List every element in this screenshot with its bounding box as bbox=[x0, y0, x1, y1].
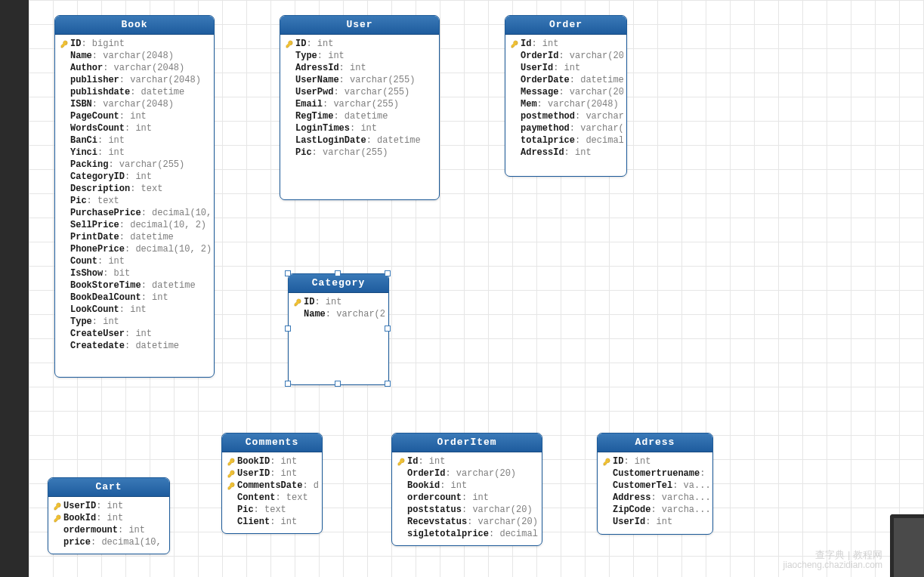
column-row[interactable]: Email: varchar(255) bbox=[283, 98, 436, 110]
column-row[interactable]: UserId: int bbox=[601, 516, 709, 528]
column-row[interactable]: publisher: varchar(2048) bbox=[58, 74, 211, 86]
column-row[interactable]: ordermount: int bbox=[51, 524, 166, 536]
column-row[interactable]: PurchasePrice: decimal(10, 2) bbox=[58, 207, 211, 219]
column-row[interactable]: PhonePrice: decimal(10, 2) bbox=[58, 243, 211, 255]
entity-title[interactable]: Category bbox=[289, 274, 388, 293]
column-row[interactable]: sigletotalprice: decimal(... bbox=[395, 528, 539, 540]
entity-title[interactable]: Order bbox=[505, 16, 626, 35]
entity-title[interactable]: OrderItem bbox=[392, 434, 542, 452]
column-row[interactable]: BanCi: int bbox=[58, 134, 211, 147]
column-row[interactable]: CreateUser: int bbox=[58, 328, 211, 340]
column-row[interactable]: paymethod: varchar(20) bbox=[508, 122, 623, 134]
entity-book[interactable]: Book ID: bigintName: varchar(2048)Author… bbox=[54, 15, 215, 378]
column-row[interactable]: price: decimal(10, 2) bbox=[51, 536, 166, 548]
column-row[interactable]: AdressId: int bbox=[283, 62, 436, 74]
column-row[interactable]: LookCount: int bbox=[58, 304, 211, 316]
entity-title[interactable]: Adress bbox=[598, 434, 712, 452]
column-row[interactable]: BookId: int bbox=[51, 512, 166, 524]
column-row[interactable]: UserID: int bbox=[225, 467, 319, 480]
column-row[interactable]: ZipCode: varcha... bbox=[601, 504, 709, 516]
column-row[interactable]: WordsCount: int bbox=[58, 122, 211, 134]
column-row[interactable]: SellPrice: decimal(10, 2) bbox=[58, 219, 211, 231]
column-row[interactable]: poststatus: varchar(20) bbox=[395, 504, 539, 516]
column-row[interactable]: Type: int bbox=[283, 50, 436, 62]
column-row[interactable]: LoginTimes: int bbox=[283, 122, 436, 134]
column-row[interactable]: BookStoreTime: datetime bbox=[58, 279, 211, 292]
column-row[interactable]: Message: varchar(2048) bbox=[508, 86, 623, 98]
column-row[interactable]: BookID: int bbox=[225, 455, 319, 467]
entity-comments[interactable]: Comments BookID: int UserID: int Comment… bbox=[221, 433, 323, 534]
column-row[interactable]: ID: int bbox=[601, 455, 709, 467]
column-row[interactable]: Id: int bbox=[508, 38, 623, 50]
column-row[interactable]: BookDealCount: int bbox=[58, 292, 211, 304]
selection-handle[interactable] bbox=[285, 270, 291, 276]
column-row[interactable]: AdressId: int bbox=[508, 147, 623, 159]
column-row[interactable]: OrderDate: datetime bbox=[508, 74, 623, 86]
entity-title[interactable]: User bbox=[280, 16, 439, 35]
selection-handle[interactable] bbox=[285, 326, 291, 332]
selection-handle[interactable] bbox=[335, 381, 341, 387]
selection-handle[interactable] bbox=[385, 381, 391, 387]
column-row[interactable]: Id: int bbox=[395, 455, 539, 467]
column-type: : varchar(255) bbox=[323, 99, 399, 110]
column-row[interactable]: postmethod: varchar... bbox=[508, 110, 623, 122]
column-row[interactable]: ISBN: varchar(2048) bbox=[58, 98, 211, 110]
column-row[interactable]: Bookid: int bbox=[395, 480, 539, 492]
column-row[interactable]: totalprice: decimal... bbox=[508, 134, 623, 147]
entity-cart[interactable]: Cart UserID: int BookId: intordermount: … bbox=[48, 477, 170, 554]
column-row[interactable]: publishdate: datetime bbox=[58, 86, 211, 98]
column-row[interactable]: PageCount: int bbox=[58, 110, 211, 122]
column-row[interactable]: Author: varchar(2048) bbox=[58, 62, 211, 74]
column-row[interactable]: UserId: int bbox=[508, 62, 623, 74]
column-row[interactable]: Yinci: int bbox=[58, 147, 211, 159]
entity-orderitem[interactable]: OrderItem Id: intOrderId: varchar(20)Boo… bbox=[391, 433, 542, 546]
column-row[interactable]: Packing: varchar(255) bbox=[58, 159, 211, 171]
column-row[interactable]: Content: text bbox=[225, 492, 319, 504]
column-row[interactable]: Pic: text bbox=[225, 504, 319, 516]
column-type: : int bbox=[92, 316, 119, 327]
column-row[interactable]: Name: varchar(255) bbox=[292, 308, 385, 320]
column-row[interactable]: Address: varcha... bbox=[601, 492, 709, 504]
column-row[interactable]: PrintDate: datetime bbox=[58, 231, 211, 243]
column-row[interactable]: Pic: varchar(255) bbox=[283, 147, 436, 159]
scrollbar-corner[interactable] bbox=[890, 514, 924, 577]
column-row[interactable]: Type: int bbox=[58, 316, 211, 328]
column-row[interactable]: Customertruename: ... bbox=[601, 467, 709, 480]
column-row[interactable]: Description: text bbox=[58, 183, 211, 195]
column-row[interactable]: Createdate: datetime bbox=[58, 340, 211, 352]
column-row[interactable]: Pic: text bbox=[58, 195, 211, 207]
column-row[interactable]: Recevstatus: varchar(20) bbox=[395, 516, 539, 528]
column-row[interactable]: ID: bigint bbox=[58, 38, 211, 50]
column-row[interactable]: ordercount: int bbox=[395, 492, 539, 504]
entity-title[interactable]: Book bbox=[55, 16, 214, 35]
column-row[interactable]: CustomerTel: va... bbox=[601, 480, 709, 492]
column-row[interactable]: UserName: varchar(255) bbox=[283, 74, 436, 86]
column-row[interactable]: CategoryID: int bbox=[58, 171, 211, 183]
column-name: ISBN bbox=[70, 99, 92, 110]
column-row[interactable]: Client: int bbox=[225, 516, 319, 528]
column-row[interactable]: CommentsDate: d... bbox=[225, 480, 319, 492]
entity-user[interactable]: User ID: intType: intAdressId: intUserNa… bbox=[280, 15, 440, 200]
column-row[interactable]: ID: int bbox=[283, 38, 436, 50]
column-row[interactable]: Name: varchar(2048) bbox=[58, 50, 211, 62]
selection-handle[interactable] bbox=[285, 381, 291, 387]
column-row[interactable]: UserID: int bbox=[51, 500, 166, 512]
diagram-canvas[interactable]: Book ID: bigintName: varchar(2048)Author… bbox=[29, 0, 924, 577]
column-row[interactable]: LastLoginDate: datetime bbox=[283, 134, 436, 147]
entity-title[interactable]: Comments bbox=[222, 434, 322, 452]
entity-category[interactable]: Category ID: intName: varchar(255) bbox=[288, 273, 389, 385]
column-row[interactable]: IsShow: bit bbox=[58, 267, 211, 279]
column-row[interactable]: OrderId: varchar(20) bbox=[508, 50, 623, 62]
column-row[interactable]: Mem: varchar(2048) bbox=[508, 98, 623, 110]
column-row[interactable]: OrderId: varchar(20) bbox=[395, 467, 539, 480]
entity-order[interactable]: Order Id: intOrderId: varchar(20)UserId:… bbox=[505, 15, 627, 177]
column-row[interactable]: Count: int bbox=[58, 255, 211, 267]
column-row[interactable]: ID: int bbox=[292, 296, 385, 308]
column-row[interactable]: UserPwd: varchar(255) bbox=[283, 86, 436, 98]
selection-handle[interactable] bbox=[385, 326, 391, 332]
selection-handle[interactable] bbox=[335, 270, 341, 276]
entity-adress[interactable]: Adress ID: intCustomertruename: ...Custo… bbox=[597, 433, 713, 535]
entity-title[interactable]: Cart bbox=[48, 478, 169, 497]
selection-handle[interactable] bbox=[385, 270, 391, 276]
column-row[interactable]: RegTime: datetime bbox=[283, 110, 436, 122]
